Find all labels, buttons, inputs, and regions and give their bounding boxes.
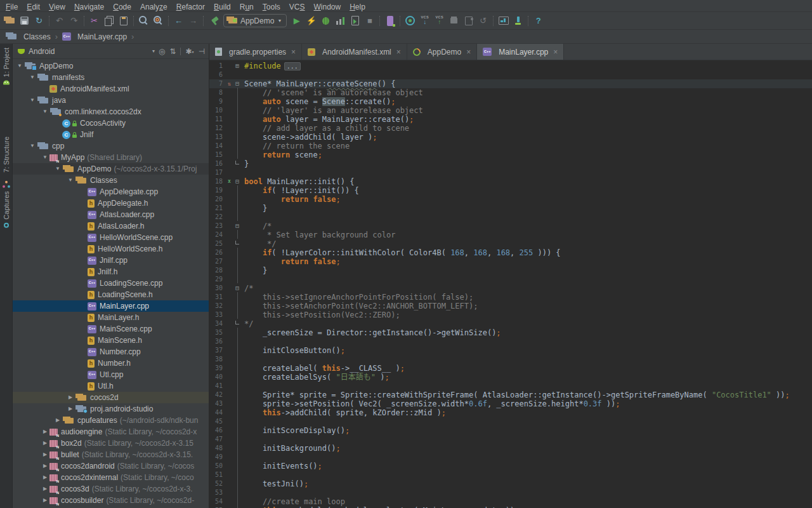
- close-icon[interactable]: ×: [291, 48, 296, 57]
- run-with-coverage-icon[interactable]: [348, 14, 362, 28]
- menu-run[interactable]: Run: [235, 1, 258, 13]
- menu-analyze[interactable]: Analyze: [136, 1, 172, 13]
- line-number[interactable]: 7: [209, 79, 226, 88]
- line-number[interactable]: 19: [209, 186, 226, 195]
- line-number[interactable]: 37: [209, 346, 226, 355]
- collapsed-arrow-icon[interactable]: ▶: [41, 472, 49, 483]
- line-number[interactable]: 46: [209, 426, 226, 435]
- tree-item-cocosactivity[interactable]: CCocosActivity: [13, 117, 209, 129]
- forward-icon[interactable]: →: [186, 14, 200, 28]
- shelve-icon[interactable]: [447, 14, 461, 28]
- tree-item-mainlayer-h[interactable]: hMainLayer.h: [13, 312, 209, 323]
- tree-item-cocos2dxinternal[interactable]: ▶cocos2dxinternal(Static Library, ~/coco: [13, 472, 209, 483]
- menu-file[interactable]: File: [1, 1, 22, 13]
- tree-item-helloworldscene-h[interactable]: hHelloWorldScene.h: [13, 243, 209, 255]
- editor-tab-appdemo[interactable]: AppDemo×: [407, 44, 477, 60]
- undo-icon[interactable]: ↶: [52, 14, 67, 28]
- tree-item-cocos2dandroid[interactable]: ▶cocos2dandroid(Static Library, ~/cocos: [13, 460, 209, 472]
- line-number[interactable]: 18: [209, 177, 226, 186]
- expanded-arrow-icon[interactable]: ▼: [66, 175, 75, 186]
- tree-item-box2d[interactable]: ▶box2d(Static Library, ~/cocos2d-x-3.15: [13, 438, 209, 449]
- line-number[interactable]: 20: [209, 195, 226, 204]
- breadcrumb-mainlayer[interactable]: MainLayer.cpp: [77, 32, 127, 41]
- tree-item-bullet[interactable]: ▶bullet(Static Library, ~/cocos2d-x-3.15…: [13, 449, 209, 460]
- tree-item-jnilf[interactable]: CJnilf: [13, 129, 209, 140]
- stop-icon[interactable]: ■: [362, 14, 377, 28]
- tree-item-appdelegate-cpp[interactable]: C++AppDelegate.cpp: [13, 186, 209, 197]
- line-number[interactable]: 24: [209, 231, 226, 239]
- line-number[interactable]: 36: [209, 337, 226, 346]
- line-number[interactable]: 12: [209, 124, 226, 133]
- line-number[interactable]: 42: [209, 391, 226, 399]
- tool-stripe-project[interactable]: 1: Project: [0, 48, 13, 84]
- tree-item-manifests[interactable]: ▼manifests: [13, 72, 209, 83]
- line-number[interactable]: 10: [209, 106, 226, 115]
- debug-icon[interactable]: [318, 14, 333, 28]
- line-number[interactable]: 34: [209, 319, 226, 328]
- line-number[interactable]: 41: [209, 382, 226, 391]
- tree-item-mainlayer-cpp[interactable]: C++MainLayer.cpp: [13, 300, 209, 312]
- tree-item-number-h[interactable]: hNumber.h: [13, 358, 209, 369]
- tree-item-androidmanifest-xml[interactable]: ◆AndroidManifest.xml: [13, 83, 209, 95]
- tree-item-cpp[interactable]: ▼cpp: [13, 140, 209, 152]
- run-configuration-select[interactable]: AppDemo▼: [223, 14, 287, 27]
- collapse-all-icon[interactable]: ⇅: [169, 47, 176, 56]
- tree-item-cocosbuilder[interactable]: ▶cocosbuilder(Static Library, ~/cocos2d-: [13, 495, 209, 506]
- tree-item-java[interactable]: ▼java: [13, 95, 209, 106]
- gradle-sync-icon[interactable]: [403, 14, 417, 28]
- breadcrumb-classes[interactable]: Classes: [23, 32, 51, 41]
- line-number[interactable]: 43: [209, 399, 226, 408]
- line-number[interactable]: 13: [209, 133, 226, 142]
- fold-toggle-icon[interactable]: ⊟: [233, 178, 242, 185]
- close-icon[interactable]: ×: [553, 48, 558, 57]
- line-number[interactable]: 32: [209, 302, 226, 311]
- tree-item-utl-cpp[interactable]: C++Utl.cpp: [13, 369, 209, 380]
- tree-item-appdelegate-h[interactable]: hAppDelegate.h: [13, 197, 209, 209]
- line-number[interactable]: 8: [209, 88, 226, 97]
- run-icon[interactable]: ▶: [289, 14, 304, 28]
- tree-item-mainscene-cpp[interactable]: C++MainScene.cpp: [13, 323, 209, 335]
- expanded-arrow-icon[interactable]: ▼: [28, 95, 37, 106]
- collapsed-arrow-icon[interactable]: ▶: [41, 449, 49, 460]
- expanded-arrow-icon[interactable]: ▼: [28, 72, 37, 83]
- menu-edit[interactable]: Edit: [22, 1, 44, 13]
- locate-file-icon[interactable]: ◎: [159, 47, 165, 56]
- tree-item-appdemo[interactable]: ▼AppDemo: [13, 60, 209, 72]
- expanded-arrow-icon[interactable]: ▼: [53, 163, 62, 175]
- line-number[interactable]: 48: [209, 444, 226, 453]
- menu-vcs[interactable]: VCS: [285, 1, 310, 13]
- menu-tools[interactable]: Tools: [258, 1, 285, 13]
- redo-icon[interactable]: ↷: [67, 14, 81, 28]
- tree-item-atlasloader-cpp[interactable]: C++AtlasLoader.cpp: [13, 209, 209, 220]
- menu-help[interactable]: Help: [345, 1, 370, 13]
- collapsed-arrow-icon[interactable]: ▶: [41, 438, 49, 449]
- replace-icon[interactable]: [151, 14, 166, 28]
- tree-item-cocos3d[interactable]: ▶cocos3d(Static Library, ~/cocos2d-x-3.: [13, 483, 209, 495]
- tree-item-jnilf-cpp[interactable]: C++Jnilf.cpp: [13, 255, 209, 266]
- tree-item-appdemo[interactable]: ▼AppDemo(~/cocos2d-x-3.15.1/Proj: [13, 163, 209, 175]
- line-number[interactable]: 47: [209, 435, 226, 444]
- back-icon[interactable]: ←: [171, 14, 186, 28]
- find-icon[interactable]: [136, 14, 151, 28]
- line-number[interactable]: 40: [209, 373, 226, 382]
- sdk-manager-icon[interactable]: [496, 14, 511, 28]
- line-number[interactable]: 28: [209, 266, 226, 275]
- collapsed-arrow-icon[interactable]: ▶: [53, 415, 62, 426]
- tree-item-loadingscene-h[interactable]: hLoadingScene.h: [13, 289, 209, 300]
- line-number[interactable]: 54: [209, 497, 226, 506]
- line-number[interactable]: 9: [209, 97, 226, 106]
- vcs-update-icon[interactable]: VCS↓: [417, 14, 432, 28]
- line-number[interactable]: 1: [209, 62, 226, 70]
- line-number[interactable]: 26: [209, 248, 226, 257]
- fold-toggle-icon[interactable]: ⊟: [233, 81, 242, 87]
- editor-tab-mainlayer-cpp[interactable]: C++MainLayer.cpp×: [477, 44, 564, 60]
- tree-item-helloworldscene-cpp[interactable]: C++HelloWorldScene.cpp: [13, 232, 209, 243]
- collapsed-arrow-icon[interactable]: ▶: [66, 392, 75, 403]
- line-number[interactable]: 15: [209, 150, 226, 159]
- line-number[interactable]: 49: [209, 453, 226, 462]
- apply-changes-icon[interactable]: ⚡: [304, 14, 318, 28]
- project-view-selector[interactable]: Android ▾: [18, 47, 155, 56]
- tree-item-com-linknext-cocos2dx[interactable]: ▼com.linknext.cocos2dx: [13, 106, 209, 117]
- line-number[interactable]: 22: [209, 213, 226, 222]
- menu-refactor[interactable]: Refactor: [172, 1, 209, 13]
